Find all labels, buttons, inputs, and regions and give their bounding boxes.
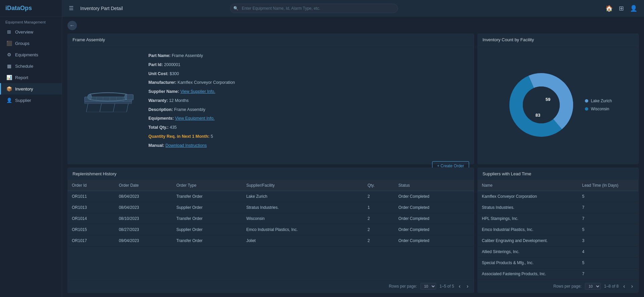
- inventory-icon: 📦: [6, 86, 12, 92]
- sidebar-item-supplier[interactable]: 👤 Supplier: [0, 95, 62, 106]
- rows-per-page-select[interactable]: 10 25 50: [420, 283, 436, 290]
- sidebar-item-equipments[interactable]: ⚙ Equipments: [0, 49, 62, 60]
- col-qty: Qty.: [364, 180, 395, 191]
- sidebar-item-groups[interactable]: ⬛ Groups: [0, 38, 62, 49]
- order-date-cell: 08/10/2023: [115, 213, 172, 224]
- chart-card-header: Inventory Count by Facility: [478, 34, 638, 46]
- bottom-row: Replenishment History Order Id Order Dat…: [67, 168, 639, 293]
- warranty-value: 12 Months: [169, 98, 188, 103]
- lead-time-cell: 7: [578, 202, 638, 213]
- svg-line-5: [127, 104, 128, 112]
- col-lead-time: Lead Time (In Days): [578, 180, 638, 191]
- part-id-label: Part Id:: [148, 62, 163, 67]
- groups-icon: ⬛: [6, 41, 12, 46]
- order-type-cell: Transfer Order: [172, 191, 242, 202]
- back-button[interactable]: ←: [67, 21, 77, 30]
- next-page-button[interactable]: ›: [465, 283, 470, 290]
- suppliers-table-body: Kamflex Conveyor Corporation 5 Stratus I…: [478, 191, 638, 280]
- svg-rect-13: [127, 95, 133, 100]
- sidebar-item-label: Report: [15, 75, 28, 80]
- order-type-cell: Transfer Order: [172, 213, 242, 224]
- manufacturer-label: Manufacturer:: [148, 80, 176, 85]
- replenishment-table: Order Id Order Date Order Type Supplier/…: [68, 180, 474, 246]
- qty-cell: 2: [364, 235, 395, 246]
- manufacturer-value: Kamflex Conveyor Corporation: [178, 80, 235, 85]
- suppliers-table-header: Name Lead Time (In Days): [478, 180, 638, 191]
- equipments-label: Equipments:: [148, 116, 174, 121]
- manual-label: Manual:: [148, 143, 164, 148]
- main-content: ☰ Inventory Part Detail 🔍 🏠 ⊞ 👤 ← Frame …: [62, 0, 644, 297]
- suppliers-table: Name Lead Time (In Days) Kamflex Conveyo…: [478, 180, 638, 280]
- equipments-row: Equipments: View Equipment Info.: [148, 115, 470, 122]
- total-qty-value: 435: [170, 125, 177, 130]
- supplier-icon: 👤: [6, 98, 12, 103]
- table-row: Caliber Engraving and Development. 3: [478, 235, 638, 246]
- replenishment-table-header: Order Id Order Date Order Type Supplier/…: [68, 180, 474, 191]
- header-actions: 🏠 ⊞ 👤: [605, 5, 637, 12]
- supplier-cell: Wisconsin: [242, 213, 363, 224]
- qty-cell: 2: [364, 191, 395, 202]
- supplier-cell: Joliet: [242, 235, 363, 246]
- supplier-next-page-button[interactable]: ›: [630, 283, 634, 290]
- content-area: ← Frame Assembly: [62, 17, 644, 297]
- description-row: Description: Frame Assembly: [148, 107, 470, 113]
- supplier-cell: Emco Industrial Plastics, Inc.: [242, 224, 363, 235]
- equipments-link[interactable]: View Equipment Info.: [175, 116, 215, 121]
- suppliers-card: Suppliers with Lead Time Name Lead Time …: [477, 168, 639, 293]
- part-detail-card: Frame Assembly: [67, 34, 474, 164]
- page-info: 1–5 of 5: [440, 284, 454, 289]
- table-row: Special Products & Mfg., Inc. 5: [478, 257, 638, 269]
- sidebar-item-label: Equipments: [15, 52, 38, 57]
- total-qty-row: Total Qty.: 435: [148, 124, 470, 131]
- sidebar-item-schedule[interactable]: ▦ Schedule: [0, 60, 62, 72]
- col-supplier-facility: Supplier/Facility: [242, 180, 363, 191]
- sidebar-item-inventory[interactable]: 📦 Inventory: [0, 83, 62, 95]
- status-cell: Order Completed: [395, 235, 474, 246]
- warranty-row: Warranty: 12 Months: [148, 98, 470, 104]
- table-row: Associated Fastening Products, Inc. 7: [478, 269, 638, 280]
- header: ☰ Inventory Part Detail 🔍 🏠 ⊞ 👤: [62, 0, 644, 17]
- sidebar-section-title: Equipment Management: [0, 17, 62, 26]
- apps-icon[interactable]: ⊞: [619, 5, 624, 12]
- table-row: Emco Industrial Plastics, Inc. 5: [478, 224, 638, 235]
- qty-cell: 2: [364, 213, 395, 224]
- prev-page-button[interactable]: ‹: [457, 283, 462, 290]
- table-row: OR1013 08/04/2023 Supplier Order Stratus…: [68, 202, 474, 213]
- order-type-cell: Transfer Order: [172, 235, 242, 246]
- description-label: Description:: [148, 107, 173, 112]
- status-cell: Order Completed: [395, 213, 474, 224]
- lead-time-cell: 5: [578, 224, 638, 235]
- wisconsin-dot: [585, 107, 588, 111]
- table-row: HPL Stampings, Inc. 7: [478, 213, 638, 224]
- legend-lake-zurich: Lake Zurich: [585, 99, 612, 103]
- supplier-prev-page-button[interactable]: ‹: [622, 283, 626, 290]
- wisconsin-label: Wisconsin: [591, 107, 609, 111]
- table-row: OR1014 08/10/2023 Transfer Order Wiscons…: [68, 213, 474, 224]
- table-row: Allied Sinterings, Inc. 4: [478, 246, 638, 257]
- donut-chart: 59 83: [504, 68, 578, 142]
- part-detail-body: Part Name: Frame Assembly Part Id: 20000…: [68, 46, 474, 158]
- table-row: Kamflex Conveyor Corporation 5: [478, 191, 638, 202]
- col-status: Status: [395, 180, 474, 191]
- home-icon[interactable]: 🏠: [605, 5, 613, 12]
- supplier-name-link[interactable]: View Supplier Info.: [180, 89, 215, 94]
- supplier-name-cell: Emco Industrial Plastics, Inc.: [478, 224, 578, 235]
- svg-line-3: [100, 104, 101, 112]
- sidebar-item-report[interactable]: 📊 Report: [0, 72, 62, 83]
- description-value: Frame Assembly: [174, 107, 205, 112]
- supplier-name-cell: Allied Sinterings, Inc.: [478, 246, 578, 257]
- status-cell: Order Completed: [395, 191, 474, 202]
- supplier-rows-per-page-select[interactable]: 10 25 50: [585, 283, 601, 290]
- part-image: [71, 49, 145, 155]
- table-row: OR1015 08/27/2023 Supplier Order Emco In…: [68, 224, 474, 235]
- legend-wisconsin: Wisconsin: [585, 107, 612, 111]
- menu-icon[interactable]: ☰: [69, 5, 74, 11]
- user-avatar[interactable]: 👤: [630, 5, 637, 12]
- lead-time-cell: 4: [578, 246, 638, 257]
- qty-req-value: 5: [211, 134, 213, 139]
- supplier-name-cell: HPL Stampings, Inc.: [478, 213, 578, 224]
- sidebar-item-overview[interactable]: ⊞ Overview: [0, 26, 62, 38]
- replenishment-card-header: Replenishment History: [68, 168, 474, 180]
- search-input[interactable]: [230, 4, 398, 13]
- manual-link[interactable]: Download Instructions: [166, 143, 207, 148]
